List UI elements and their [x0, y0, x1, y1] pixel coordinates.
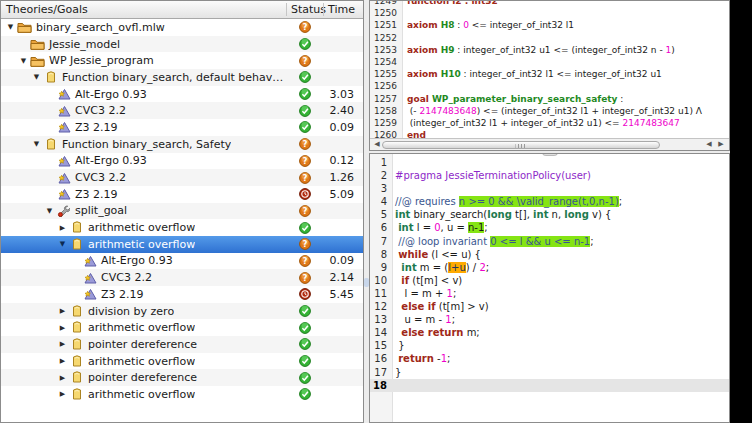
- line-text: (- 2147483648) <= (integer_of_int32 l1 +…: [401, 105, 729, 117]
- expand-arrow-icon[interactable]: ▶: [57, 339, 68, 349]
- line-number: 6: [370, 221, 391, 234]
- collapse-arrow-icon[interactable]: ▼: [31, 139, 42, 149]
- tree-item-label: pointer dereference: [85, 338, 197, 351]
- scroll-right-arrow-icon[interactable]: ▶: [716, 140, 726, 149]
- line-number: 1: [370, 156, 391, 169]
- tree-item: ▼WP Jessie_program: [1, 54, 286, 67]
- expand-arrow-icon[interactable]: ▶: [57, 356, 68, 366]
- svg-text:?: ?: [302, 240, 307, 249]
- status-timeout-icon: [286, 288, 323, 300]
- collapse-arrow-icon[interactable]: ▼: [31, 72, 42, 82]
- scroll-left-arrow-icon[interactable]: ◀: [704, 140, 714, 149]
- tree-row[interactable]: ▶pointer dereference: [1, 336, 363, 353]
- line-number: 3: [370, 182, 391, 195]
- task-line: 1255axiom H10 : integer_of_int32 l1 <= i…: [370, 68, 729, 80]
- tree-row[interactable]: CVC3 2.22.40: [1, 102, 363, 119]
- tree-row[interactable]: ▶pointer dereference: [1, 369, 363, 386]
- line-number: 1259: [370, 117, 401, 129]
- tree-row[interactable]: ▶division by zero: [1, 303, 363, 320]
- tree-row[interactable]: Alt-Ergo 0.93?0.09: [1, 253, 363, 270]
- expand-arrow-icon[interactable]: ▶: [57, 373, 68, 383]
- tree-row[interactable]: Alt-Ergo 0.933.03: [1, 86, 363, 103]
- tree-row[interactable]: ▶arithmetic overflow: [1, 386, 363, 403]
- source-view-panel[interactable]: 12#pragma JessieTerminationPolicy(user)3…: [369, 153, 730, 423]
- column-header-status[interactable]: Status: [286, 3, 323, 16]
- line-number: 1260: [370, 129, 401, 138]
- line-number: 15: [370, 339, 391, 352]
- collapse-arrow-icon[interactable]: ▼: [57, 239, 68, 249]
- tree-item: ▶arithmetic overflow: [1, 321, 286, 334]
- right-panes: 1249function l2 : int3212501251axiom H8 …: [369, 0, 730, 423]
- tree-item: CVC3 2.2: [1, 171, 286, 184]
- column-header-theories-goals[interactable]: Theories/Goals: [1, 3, 286, 16]
- time-value: 0.12: [323, 154, 363, 167]
- tree-row[interactable]: Z3 2.190.09: [1, 119, 363, 136]
- tree-item-label: split_goal: [72, 204, 127, 217]
- tree-item-label: binary_search_ovfl.mlw: [33, 21, 165, 34]
- line-number: 18: [370, 379, 391, 392]
- expand-arrow-icon[interactable]: ▶: [57, 306, 68, 316]
- status-valid-icon: [286, 38, 323, 50]
- tree-row[interactable]: ▶arithmetic overflow: [1, 353, 363, 370]
- svg-text:?: ?: [302, 207, 307, 216]
- line-number: 10: [370, 274, 391, 287]
- line-number: 5: [370, 208, 391, 221]
- scroll-left-arrow-icon[interactable]: ◀: [372, 140, 382, 149]
- scrollbar-thumb[interactable]: [382, 141, 660, 149]
- goal-icon: [68, 321, 85, 334]
- expand-arrow-icon[interactable]: ▶: [57, 389, 68, 399]
- tree-item: Z3 2.19: [1, 188, 286, 201]
- tree-item: ▶division by zero: [1, 305, 286, 318]
- status-unknown-icon: ?: [286, 55, 323, 67]
- tree-row[interactable]: ▼WP Jessie_program?: [1, 52, 363, 69]
- tree-item-label: arithmetic overflow: [85, 221, 195, 234]
- green-highlight: 0 <= l && u <= n-1: [490, 236, 590, 247]
- tree-row[interactable]: ▶arithmetic overflow: [1, 319, 363, 336]
- source-line: 15 }: [370, 339, 729, 352]
- green-highlight: n >= 0 && \valid_range(t,0,n-1): [459, 196, 619, 207]
- svg-text:?: ?: [302, 23, 307, 32]
- tree-row[interactable]: ▼Function binary_search, default behavio…: [1, 69, 363, 86]
- task-horizontal-scrollbar[interactable]: ◀ ◀ ▶: [370, 138, 729, 150]
- tree-row[interactable]: CVC3 2.2?1.26: [1, 169, 363, 186]
- time-value: 5.09: [323, 188, 363, 201]
- tree-row[interactable]: Z3 2.195.09: [1, 186, 363, 203]
- tree-row[interactable]: ▼arithmetic overflow?: [1, 236, 363, 253]
- tree-row[interactable]: ▼split_goal?: [1, 203, 363, 220]
- tree-row[interactable]: Alt-Ergo 0.93?0.12: [1, 153, 363, 170]
- prover-icon: [55, 172, 72, 184]
- svg-text:?: ?: [302, 157, 307, 166]
- tree-row[interactable]: ▼binary_search_ovfl.mlw?: [1, 19, 363, 36]
- status-unknown-icon: ?: [286, 155, 323, 167]
- tree-item: ▶arithmetic overflow: [1, 355, 286, 368]
- expand-arrow-icon[interactable]: ▶: [57, 323, 68, 333]
- tree-item-label: arithmetic overflow: [85, 355, 195, 368]
- task-line: 1257goal WP_parameter_binary_search_safe…: [370, 93, 729, 105]
- collapse-arrow-icon[interactable]: ▼: [18, 56, 29, 66]
- tree-item: ▶pointer dereference: [1, 338, 286, 351]
- tree-item-label: Alt-Ergo 0.93: [72, 154, 147, 167]
- column-header-time[interactable]: Time: [323, 3, 363, 16]
- expand-arrow-icon[interactable]: ▶: [57, 223, 68, 233]
- task-line: 1254: [370, 56, 729, 68]
- line-text: [391, 379, 729, 392]
- tree-item-label: Z3 2.19: [72, 121, 118, 134]
- goal-icon: [42, 138, 59, 151]
- task-line: 1252: [370, 32, 729, 44]
- line-text: //@ loop invariant 0 <= l && u <= n-1;: [391, 235, 729, 248]
- tree-row[interactable]: Jessie_model: [1, 36, 363, 53]
- collapse-arrow-icon[interactable]: ▼: [44, 206, 55, 216]
- tree-row[interactable]: ▼Function binary_search, Safety?: [1, 136, 363, 153]
- task-view-panel[interactable]: 1249function l2 : int3212501251axiom H8 …: [369, 0, 730, 151]
- tree-row[interactable]: ▶arithmetic overflow: [1, 219, 363, 236]
- tree-item-label: Z3 2.19: [72, 188, 118, 201]
- source-line: 16 return -1;: [370, 352, 729, 365]
- line-text: goal WP_parameter_binary_search_safety :: [401, 93, 729, 105]
- status-unknown-icon: ?: [286, 21, 323, 33]
- tree-item: ▶pointer dereference: [1, 371, 286, 384]
- tree-row[interactable]: CVC3 2.2?2.14: [1, 269, 363, 286]
- line-number: 1253: [370, 44, 401, 56]
- collapse-arrow-icon[interactable]: ▼: [5, 22, 16, 32]
- tree-row[interactable]: Z3 2.195.45: [1, 286, 363, 303]
- line-text: int m = (l+u) / 2;: [391, 261, 729, 274]
